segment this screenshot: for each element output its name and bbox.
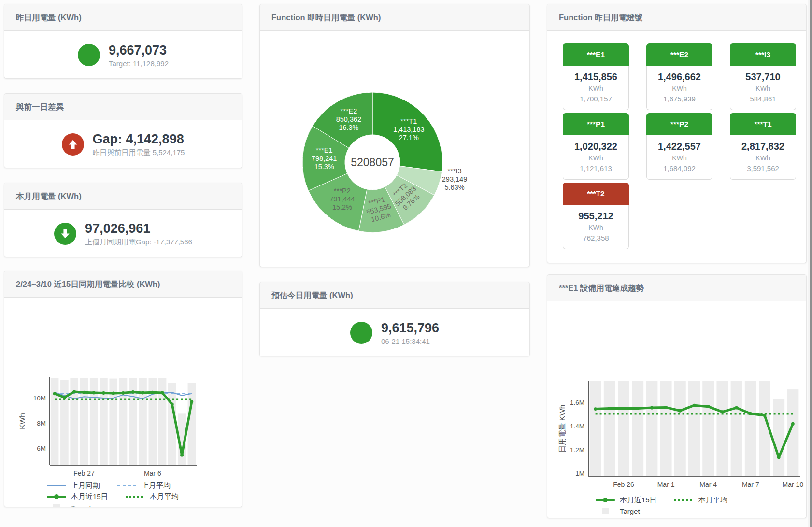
legend-item-this-month-average[interactable]: 本月平均 xyxy=(674,496,727,505)
y-tick-label: 1M xyxy=(575,470,584,477)
estimate-today-card: 預估今日用電量 (KWh) 9,615,796 06-21 15:34:41 xyxy=(259,282,530,356)
lamp-tile-value: 1,496,662 xyxy=(648,70,711,84)
x-tick-label: Mar 6 xyxy=(144,470,161,477)
target-bar xyxy=(90,378,98,465)
estimate-today-title: 預估今日用電量 (KWh) xyxy=(260,282,529,309)
realtime-usage-card: Function 即時日用電量 (KWh) ***T11,413,18327.1… xyxy=(259,4,530,267)
legend-item-this-month-average[interactable]: 本月平均 xyxy=(126,492,179,501)
lamp-tile-value: 955,212 xyxy=(564,209,627,223)
target-bar xyxy=(702,381,714,476)
comparison-legend: 上月同期 上月平均 本月近15日 本月平均 Target xyxy=(4,480,242,507)
stat-text: 97,026,961 上個月同期用電Gap: -17,377,566 xyxy=(85,221,192,247)
usage-comparison-title: 2/24~3/10 近15日同期用電量比較 (KWh) xyxy=(4,271,242,298)
e1-trend-legend: 本月近15日 本月平均 Target xyxy=(547,495,806,516)
series-point xyxy=(791,422,795,426)
y-tick-label: 8M xyxy=(37,420,46,427)
series-point xyxy=(622,407,626,410)
series-point xyxy=(693,404,696,407)
series-point xyxy=(608,407,611,410)
green-line-swatch xyxy=(47,496,66,498)
x-tick-label: Feb 26 xyxy=(613,481,634,488)
lamp-tile-header: ***E1 xyxy=(563,43,629,66)
arrow-up-icon xyxy=(67,138,79,151)
target-bar xyxy=(618,381,629,476)
lamp-status-card: Function 昨日用電燈號 ***E1 1,415,856KWh1,700,… xyxy=(547,4,807,263)
realtime-usage-title: Function 即時日用電量 (KWh) xyxy=(260,4,529,31)
e1-trend-chart: 1M1.2M1.4M1.6MFeb 26Mar 1Mar 4Mar 7Mar 1… xyxy=(547,301,806,493)
legend-item-this-month-15d[interactable]: 本月近15日 xyxy=(596,496,657,505)
lamp-tile-unit: KWh xyxy=(731,153,795,163)
target-bar xyxy=(188,383,196,465)
donut-slice-label: ***I3293,1495.63% xyxy=(442,167,467,191)
lamp-tile-unit: KWh xyxy=(564,84,627,93)
lamp-tile-target: 1,675,939 xyxy=(648,93,711,104)
lamp-tile-target: 762,358 xyxy=(564,232,627,243)
blue-dashed-swatch xyxy=(117,485,137,486)
legend-item-last-month-average[interactable]: 上月平均 xyxy=(117,481,171,490)
legend-label: 上月同期 xyxy=(71,481,100,490)
scrollbar-track[interactable] xyxy=(808,0,812,527)
lamp-tile-value: 1,422,557 xyxy=(648,140,711,153)
series-point xyxy=(112,392,115,395)
realtime-usage-donut-chart: ***T11,413,18327.1%***I3293,1495.63%***T… xyxy=(260,31,529,267)
series-point xyxy=(83,391,86,394)
gray-square-swatch xyxy=(602,508,609,514)
green-dotted-swatch xyxy=(674,499,694,501)
target-bar xyxy=(158,378,167,465)
gap-prev-day-value: Gap: 4,142,898 xyxy=(93,131,185,147)
lamp-tile-unit: KWh xyxy=(564,223,627,232)
lamp-tile-header: ***I3 xyxy=(730,43,796,66)
legend-label: Target xyxy=(71,504,91,508)
gap-prev-day-subtitle: 昨日與前日用電量 5,524,175 xyxy=(93,148,185,157)
series-point xyxy=(650,406,654,410)
legend-item-this-month-15d[interactable]: 本月近15日 xyxy=(47,492,108,501)
green-line-swatch xyxy=(596,499,615,501)
series-point xyxy=(141,391,144,395)
target-bar xyxy=(119,378,128,465)
yesterday-usage-value: 9,667,073 xyxy=(109,43,169,58)
yesterday-usage-title: 昨日用電量 (KWh) xyxy=(4,4,242,31)
series-point xyxy=(735,406,738,410)
y-axis-label: KWh xyxy=(18,413,26,429)
target-bar xyxy=(590,381,601,476)
legend-item-target[interactable]: Target xyxy=(596,507,640,515)
target-bar xyxy=(51,378,59,465)
series-point xyxy=(707,405,710,408)
gap-prev-day-card: 與前一日差異 Gap: 4,142,898 昨日與前日用電量 5,524,175 xyxy=(4,93,242,168)
lamp-tile-p1: ***P1 1,020,322KWh1,121,613 xyxy=(563,113,629,180)
month-usage-title: 本月用電量 (KWh) xyxy=(4,183,242,210)
lamp-tile-value: 2,817,832 xyxy=(731,140,795,153)
y-tick-label: 10M xyxy=(33,395,46,402)
target-bar xyxy=(139,378,147,465)
legend-item-target[interactable]: Target xyxy=(47,504,91,508)
scrollbar-thumb[interactable] xyxy=(810,0,812,527)
lamp-tile-value: 1,020,322 xyxy=(564,140,627,153)
series-point xyxy=(151,391,154,394)
target-bar xyxy=(674,381,686,476)
series-point xyxy=(92,391,96,395)
target-bar xyxy=(604,381,615,476)
blue-line-swatch xyxy=(47,485,66,486)
y-tick-label: 1.4M xyxy=(570,423,584,430)
lamp-tile-unit: KWh xyxy=(731,84,795,93)
legend-label: 本月近15日 xyxy=(620,496,657,505)
lamp-tile-header: ***E2 xyxy=(646,43,712,66)
e1-trend-title: ***E1 設備用電達成趨勢 xyxy=(547,275,806,301)
series-point xyxy=(777,456,781,459)
y-axis-label: 日用電量 KWh xyxy=(558,405,566,453)
usage-comparison-card: 2/24~3/10 近15日同期用電量比較 (KWh) 6M8M10MFeb 2… xyxy=(4,271,242,507)
yesterday-usage-target: Target: 11,128,992 xyxy=(109,59,169,68)
series-point xyxy=(72,390,76,394)
donut-center-total: 5208057 xyxy=(351,156,394,169)
series-point xyxy=(161,391,164,395)
lamp-tile-value: 1,415,856 xyxy=(564,70,627,84)
target-bar xyxy=(632,381,643,476)
lamp-tile-target: 584,861 xyxy=(731,93,795,104)
series-point xyxy=(171,403,174,406)
series-point xyxy=(678,409,682,413)
legend-item-last-month-same-period[interactable]: 上月同期 xyxy=(47,481,100,490)
lamp-tile-t1: ***T1 2,817,832KWh3,591,562 xyxy=(730,113,796,180)
series-point xyxy=(122,391,125,395)
x-tick-label: Mar 4 xyxy=(699,481,717,488)
series-point xyxy=(749,412,752,415)
